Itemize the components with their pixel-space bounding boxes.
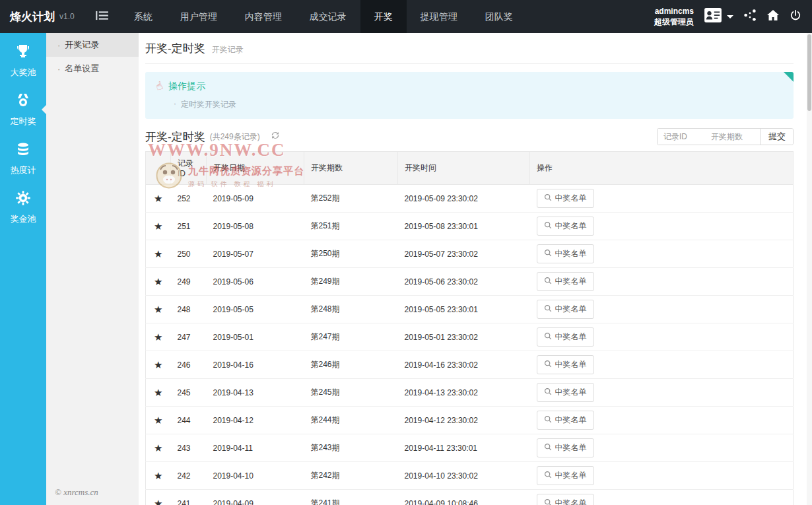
draw-date-cell: 2019-04-13 <box>207 379 304 407</box>
search-bar: 提交 <box>657 128 794 145</box>
winners-list-button[interactable]: 中奖名单 <box>537 217 594 236</box>
winners-list-button[interactable]: 中奖名单 <box>537 272 594 291</box>
refresh-button[interactable] <box>271 131 280 143</box>
sidebar-item-label: 定时奖 <box>11 116 36 127</box>
topbar-nav-item[interactable]: 成交记录 <box>296 0 360 33</box>
tip-item-text: 定时奖开奖记录 <box>181 99 236 110</box>
sidebar-item-heat-meter[interactable]: 热度计 <box>0 134 46 183</box>
search-icon <box>544 304 552 314</box>
star-icon[interactable]: ★ <box>154 387 162 398</box>
submenu-item[interactable]: · 开奖记录 <box>46 33 139 57</box>
star-icon[interactable]: ★ <box>154 359 162 370</box>
winners-list-button[interactable]: 中奖名单 <box>537 411 594 430</box>
draw-period-link[interactable]: 第249期 <box>304 268 398 296</box>
bonus-pool-gear-icon <box>15 190 31 209</box>
topbar-nav-item[interactable]: 开奖 <box>360 0 407 33</box>
draw-period-link[interactable]: 第241期 <box>304 490 398 505</box>
star-icon[interactable]: ★ <box>154 331 162 343</box>
star-icon[interactable]: ★ <box>154 304 162 315</box>
records-table: 记录ID 开奖日期 开奖期数 开奖时间 操作 ★ 252 2019-05-09 … <box>145 151 794 505</box>
col-draw-time: 开奖时间 <box>398 152 530 185</box>
draw-time-cell: 2019-04-09 10:08:46 <box>398 490 530 505</box>
draw-date-cell: 2019-04-12 <box>207 407 304 434</box>
logout-button[interactable] <box>790 9 801 24</box>
sidebar-item-prize-pool[interactable]: 大奖池 <box>0 36 46 85</box>
star-icon[interactable]: ★ <box>154 276 162 287</box>
topbar-nav-item[interactable]: 提现管理 <box>407 0 471 33</box>
table-row: ★ 247 2019-05-01 第247期 2019-05-01 23:30:… <box>146 323 794 351</box>
search-icon <box>544 221 552 231</box>
record-id-cell: 252 <box>171 185 207 213</box>
period-input[interactable] <box>705 129 761 145</box>
draw-period-link[interactable]: 第250期 <box>304 240 398 268</box>
draw-period-link[interactable]: 第252期 <box>304 185 398 213</box>
winners-list-button[interactable]: 中奖名单 <box>537 466 594 485</box>
winners-list-button[interactable]: 中奖名单 <box>537 383 594 402</box>
draw-date-cell: 2019-05-08 <box>207 213 304 240</box>
sidebar-item-bonus-pool[interactable]: 奖金池 <box>0 183 46 232</box>
draw-period-link[interactable]: 第242期 <box>304 462 398 490</box>
search-icon <box>544 360 552 370</box>
draw-time-cell: 2019-05-01 23:30:02 <box>398 323 530 351</box>
search-icon <box>544 443 552 453</box>
star-icon[interactable]: ★ <box>154 193 162 204</box>
draw-period-link[interactable]: 第244期 <box>304 407 398 434</box>
star-icon[interactable]: ★ <box>154 220 162 232</box>
main-content: 开奖-定时奖 开奖记录 ☝ 操作提示 · 定时奖开奖记录 开奖-定时奖 (共24… <box>139 33 807 505</box>
winners-list-button[interactable]: 中奖名单 <box>537 300 594 319</box>
col-actions: 操作 <box>530 152 794 185</box>
search-icon <box>544 249 552 259</box>
draw-period-link[interactable]: 第246期 <box>304 351 398 379</box>
winners-list-button[interactable]: 中奖名单 <box>537 189 594 208</box>
bullet-icon: · <box>57 64 60 74</box>
tip-item: · 定时奖开奖记录 <box>174 99 783 110</box>
topbar-nav-item[interactable]: 内容管理 <box>231 0 296 33</box>
topbar-nav-item[interactable]: 系统 <box>120 0 166 33</box>
star-icon[interactable]: ★ <box>154 442 162 454</box>
home-button[interactable] <box>766 9 780 24</box>
topbar-nav-item[interactable]: 团队奖 <box>471 0 527 33</box>
winners-list-label: 中奖名单 <box>555 470 587 481</box>
draw-time-cell: 2019-04-11 23:30:01 <box>398 434 530 462</box>
draw-period-link[interactable]: 第251期 <box>304 213 398 240</box>
star-icon[interactable]: ★ <box>154 470 162 481</box>
winners-list-label: 中奖名单 <box>555 415 587 426</box>
record-id-cell: 247 <box>171 323 207 351</box>
share-button[interactable] <box>743 9 757 24</box>
star-icon[interactable]: ★ <box>154 248 162 259</box>
submit-button[interactable]: 提交 <box>761 129 793 145</box>
star-icon[interactable]: ★ <box>154 498 162 505</box>
user-menu-button[interactable] <box>704 7 733 26</box>
sidebar-item-timed-award[interactable]: 定时奖 <box>0 85 46 134</box>
table-header-row: 记录ID 开奖日期 开奖期数 开奖时间 操作 <box>146 152 794 185</box>
scrollbar[interactable] <box>807 33 812 505</box>
sidebar: 大奖池 定时奖 热度计 奖金池 <box>0 33 46 505</box>
star-icon[interactable]: ★ <box>154 415 162 426</box>
submenu-item[interactable]: · 名单设置 <box>46 57 139 81</box>
search-icon <box>544 277 552 286</box>
scrollbar-thumb[interactable] <box>807 34 811 111</box>
draw-period-link[interactable]: 第248期 <box>304 296 398 323</box>
draw-time-cell: 2019-04-13 23:30:02 <box>398 379 530 407</box>
winners-list-label: 中奖名单 <box>555 304 587 315</box>
winners-list-button[interactable]: 中奖名单 <box>537 244 594 263</box>
winners-list-button[interactable]: 中奖名单 <box>537 494 594 505</box>
draw-period-link[interactable]: 第245期 <box>304 379 398 407</box>
sidebar-item-label: 大奖池 <box>11 67 36 79</box>
draw-period-link[interactable]: 第247期 <box>304 323 398 351</box>
winners-list-label: 中奖名单 <box>555 193 587 204</box>
col-record-id: 记录ID <box>171 152 207 185</box>
winners-list-label: 中奖名单 <box>555 442 587 454</box>
hand-pointer-icon: ☝ <box>154 79 164 94</box>
topbar-nav-item[interactable]: 用户管理 <box>166 0 231 33</box>
winners-list-button[interactable]: 中奖名单 <box>537 355 594 374</box>
user-info[interactable]: admincms 超级管理员 <box>654 6 694 27</box>
winners-list-button[interactable]: 中奖名单 <box>537 327 594 347</box>
winners-list-button[interactable]: 中奖名单 <box>537 438 594 457</box>
heat-meter-icon <box>15 141 31 160</box>
table-body: ★ 252 2019-05-09 第252期 2019-05-09 23:30:… <box>146 185 794 505</box>
timed-award-icon <box>15 92 31 111</box>
draw-period-link[interactable]: 第243期 <box>304 434 398 462</box>
menu-toggle-button[interactable] <box>84 0 120 33</box>
record-id-input[interactable] <box>658 129 705 145</box>
